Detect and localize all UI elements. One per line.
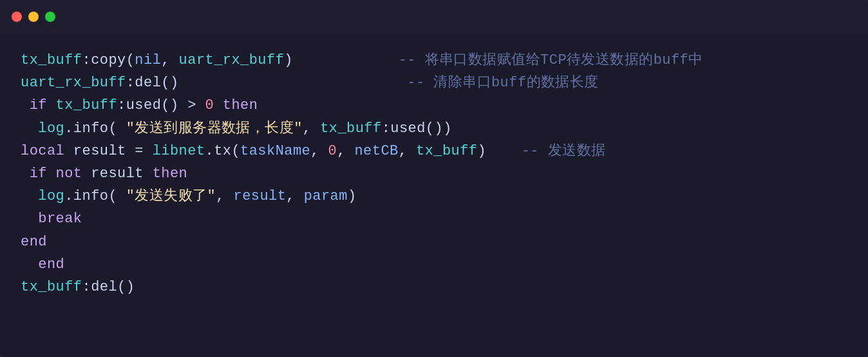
code-token: libnet: [153, 140, 205, 162]
code-token: taskName: [240, 140, 310, 162]
code-token: end: [21, 231, 47, 253]
code-token: break: [21, 207, 82, 230]
code-token: ,: [216, 185, 233, 207]
code-line: tx_buff:del(): [21, 276, 847, 298]
code-line: if tx_buff:used() > 0 then: [21, 94, 847, 117]
code-token: "发送失败了": [126, 185, 216, 207]
code-token: ): [348, 185, 357, 207]
code-token: :used() >: [117, 94, 205, 117]
code-token: if: [21, 162, 56, 185]
code-token: tx_buff: [320, 117, 382, 140]
code-token: not: [56, 162, 82, 185]
code-token: ,: [303, 117, 320, 140]
code-token: nil: [135, 49, 161, 72]
maximize-button[interactable]: [45, 12, 55, 22]
code-token: .info(: [64, 117, 126, 140]
code-token: ,: [399, 140, 416, 162]
code-line: log.info( "发送失败了", result, param): [21, 185, 847, 207]
code-line: if not result then: [21, 162, 847, 185]
code-token: .tx(: [205, 140, 241, 162]
code-token: ): [477, 140, 486, 162]
code-token: 0: [328, 140, 337, 162]
code-token: result: [234, 185, 287, 207]
code-token: ,: [161, 49, 178, 72]
close-button[interactable]: [12, 12, 22, 22]
code-token: param: [304, 185, 348, 207]
code-line: end: [21, 231, 847, 253]
code-line: end: [21, 253, 847, 276]
code-token: uart_rx_buff: [21, 72, 126, 94]
code-token: :copy(: [82, 49, 135, 72]
code-token: result =: [64, 140, 152, 162]
code-token: netCB: [354, 140, 398, 162]
code-line: local result = libnet.tx(taskName, 0, ne…: [21, 140, 847, 162]
code-token: -- 将串口数据赋值给TCP待发送数据的buff中: [293, 49, 703, 72]
code-token: if: [21, 94, 56, 117]
code-editor: tx_buff:copy(nil, uart_rx_buff) -- 将串口数据…: [0, 34, 868, 357]
code-token: .info(: [64, 185, 126, 207]
terminal-window: tx_buff:copy(nil, uart_rx_buff) -- 将串口数据…: [0, 0, 868, 357]
code-token: ,: [337, 140, 354, 162]
code-token: ,: [286, 185, 303, 207]
code-token: :used()): [382, 117, 452, 140]
code-line: tx_buff:copy(nil, uart_rx_buff) -- 将串口数据…: [21, 49, 847, 72]
code-line: log.info( "发送到服务器数据，长度", tx_buff:used()): [21, 117, 847, 140]
code-token: ,: [310, 140, 328, 162]
code-token: log: [21, 185, 64, 207]
minimize-button[interactable]: [28, 12, 39, 22]
code-token: -- 清除串口buff的数据长度: [179, 72, 599, 94]
code-token: tx_buff: [21, 276, 82, 298]
code-token: -- 发送数据: [486, 140, 605, 162]
code-line: break: [21, 207, 847, 230]
code-token: uart_rx_buff: [179, 49, 285, 72]
code-token: tx_buff: [21, 49, 82, 72]
code-token: :del(): [82, 276, 135, 298]
code-token: local: [21, 140, 64, 162]
code-token: tx_buff: [416, 140, 478, 162]
code-token: tx_buff: [56, 94, 118, 117]
code-token: "发送到服务器数据，长度": [126, 117, 303, 140]
code-token: result: [82, 162, 153, 185]
code-token: end: [21, 253, 64, 276]
title-bar: [0, 0, 868, 34]
code-token: 0: [205, 94, 214, 117]
code-token: then: [153, 162, 188, 185]
code-token: log: [21, 117, 64, 140]
code-token: ): [284, 49, 293, 72]
code-token: then: [214, 94, 258, 117]
code-line: uart_rx_buff:del() -- 清除串口buff的数据长度: [21, 72, 847, 94]
code-token: :del(): [126, 72, 179, 94]
